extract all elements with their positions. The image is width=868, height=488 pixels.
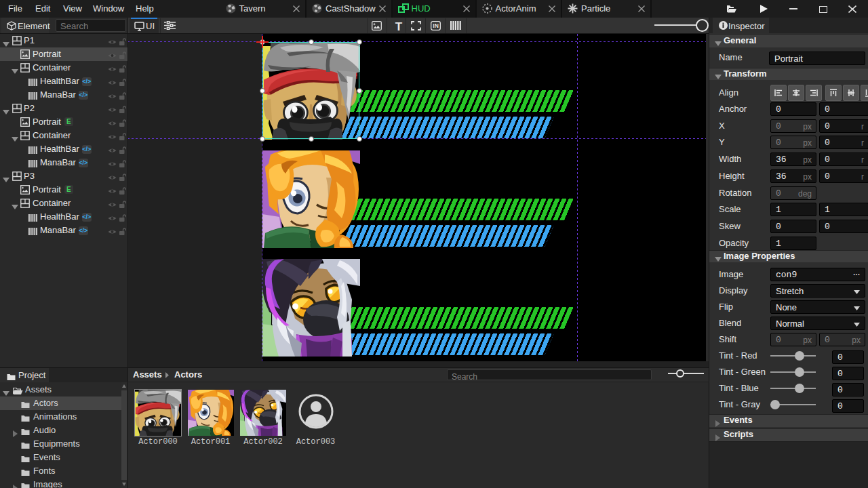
svg-text:IN: IN bbox=[433, 22, 439, 29]
